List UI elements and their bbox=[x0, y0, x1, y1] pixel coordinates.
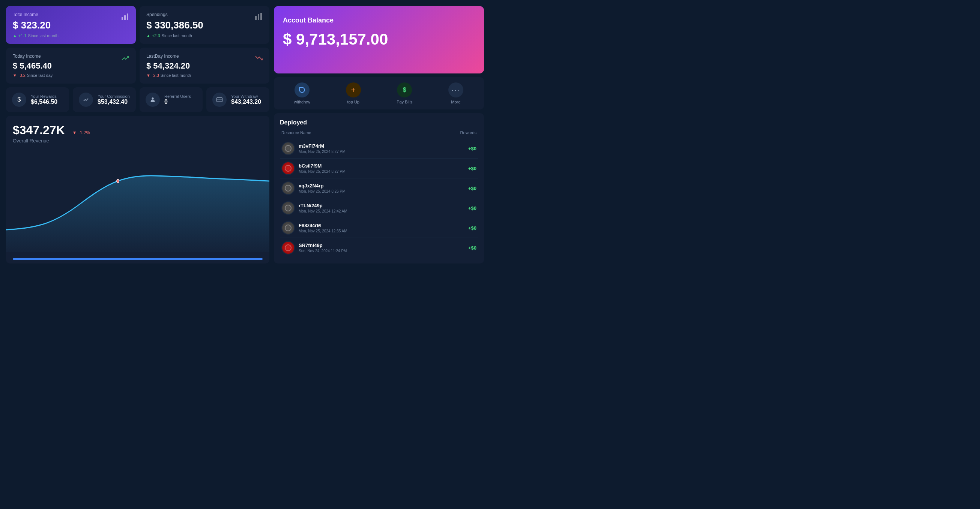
reward-value: +$0 bbox=[468, 146, 476, 151]
paybills-action[interactable]: $ Pay Bills bbox=[380, 82, 429, 104]
deployed-left: bCsil7f9M Mon, Nov 25, 2024 8:27 PM bbox=[282, 162, 345, 175]
withdraw-action[interactable]: withdraw bbox=[278, 82, 327, 104]
lastday-income-change-value: -2.3 bbox=[152, 73, 159, 78]
resource-date: Mon, Nov 25, 2024 12:42 AM bbox=[299, 209, 347, 213]
resource-info: m3vFI74rM Mon, Nov 25, 2024 8:27 PM bbox=[299, 143, 345, 154]
chart-area bbox=[6, 155, 269, 252]
deployed-row: rTLNi249p Mon, Nov 25, 2024 12:42 AM +$0 bbox=[280, 198, 478, 218]
resource-info: SR7fnl49p Sun, Nov 24, 2024 11:24 PM bbox=[299, 243, 347, 253]
today-income-label: Today Income bbox=[13, 54, 129, 59]
top-cards: Total Income $ 323.20 ▲ +1.1 Since last … bbox=[6, 6, 269, 84]
deployed-list: m3vFI74rM Mon, Nov 25, 2024 8:27 PM +$0 … bbox=[280, 139, 478, 257]
withdraw-action-label: withdraw bbox=[294, 100, 310, 104]
withdraw-value: $43,243.20 bbox=[231, 98, 261, 105]
spendings-value: $ 330,386.50 bbox=[146, 19, 262, 31]
deployed-left: rTLNi249p Mon, Nov 25, 2024 12:42 AM bbox=[282, 201, 347, 215]
resource-avatar bbox=[282, 241, 295, 255]
resource-avatar bbox=[282, 162, 295, 175]
deployed-title: Deployed bbox=[280, 119, 478, 126]
deployed-left: m3vFI74rM Mon, Nov 25, 2024 8:27 PM bbox=[282, 142, 345, 155]
user-icon bbox=[146, 93, 160, 107]
svg-rect-3 bbox=[255, 16, 257, 20]
withdraw-label: Your Withdraw bbox=[231, 94, 261, 98]
bar-chart-icon-2 bbox=[255, 12, 263, 23]
dollar-bill-icon: $ bbox=[397, 82, 412, 97]
deployed-row: bCsil7f9M Mon, Nov 25, 2024 8:27 PM +$0 bbox=[280, 159, 478, 178]
spendings-change: ▲ +2.3 Since last month bbox=[146, 33, 262, 38]
today-income-card: Today Income $ 5,465.40 ▼ -3.2 Since las… bbox=[6, 48, 136, 84]
resource-info: rTLNi249p Mon, Nov 25, 2024 12:42 AM bbox=[299, 203, 347, 213]
resource-name: m3vFI74rM bbox=[299, 143, 345, 149]
commission-metric: Your Commission $53,432.40 bbox=[73, 87, 136, 112]
today-income-change: ▼ -3.2 Since last day bbox=[13, 73, 129, 78]
scroll-indicator bbox=[13, 258, 262, 260]
balance-title: Accout Balance bbox=[283, 16, 475, 24]
action-row: withdraw + top Up $ Pay Bills ··· More bbox=[274, 77, 484, 109]
metrics-row: $ Your Rewards $6,546.50 Your Commission… bbox=[6, 87, 269, 112]
trend-icon bbox=[79, 93, 93, 107]
resource-name: F88ziI4rM bbox=[299, 223, 347, 228]
deployed-row: SR7fnl49p Sun, Nov 24, 2024 11:24 PM +$0 bbox=[280, 238, 478, 257]
resource-info: xqJx2N4rp Mon, Nov 25, 2024 8:26 PM bbox=[299, 183, 345, 193]
resource-date: Mon, Nov 25, 2024 8:26 PM bbox=[299, 189, 345, 193]
lastday-income-change: ▼ -2.3 Since last month bbox=[146, 73, 262, 78]
resource-date: Sun, Nov 24, 2024 11:24 PM bbox=[299, 249, 347, 253]
svg-rect-2 bbox=[127, 13, 128, 20]
svg-rect-0 bbox=[122, 17, 123, 20]
resource-name: rTLNi249p bbox=[299, 203, 347, 208]
resource-name-header: Resource Name bbox=[282, 130, 311, 135]
svg-rect-5 bbox=[260, 13, 262, 20]
total-income-value: $ 323.20 bbox=[13, 19, 129, 31]
resource-info: F88ziI4rM Mon, Nov 25, 2024 12:35 AM bbox=[299, 223, 347, 233]
lastday-income-value: $ 54,324.20 bbox=[146, 61, 262, 71]
resource-avatar bbox=[282, 181, 295, 195]
svg-point-9 bbox=[117, 179, 119, 183]
resource-avatar bbox=[282, 221, 295, 235]
today-income-change-label: Since last day bbox=[27, 73, 52, 78]
total-income-change-value: +1.1 bbox=[18, 33, 27, 38]
deployed-row: xqJx2N4rp Mon, Nov 25, 2024 8:26 PM +$0 bbox=[280, 178, 478, 198]
spendings-label: Spendings bbox=[146, 12, 262, 17]
resource-name: bCsil7f9M bbox=[299, 163, 345, 169]
rewards-value: $6,546.50 bbox=[31, 98, 57, 105]
more-icon: ··· bbox=[449, 82, 463, 97]
spendings-change-label: Since last month bbox=[162, 33, 192, 38]
chart-change: ▼ -1.2% bbox=[72, 130, 90, 135]
resource-avatar bbox=[282, 142, 295, 155]
balance-amount: $ 9,713,157.00 bbox=[283, 30, 475, 48]
svg-rect-4 bbox=[258, 14, 259, 20]
reward-value: +$0 bbox=[468, 186, 476, 191]
left-panel: Total Income $ 323.20 ▲ +1.1 Since last … bbox=[6, 6, 269, 263]
total-income-change: ▲ +1.1 Since last month bbox=[13, 33, 129, 38]
referral-value: 0 bbox=[164, 98, 191, 105]
revenue-chart: $347.27K ▼ -1.2% Overall Revenue bbox=[6, 116, 269, 263]
resource-avatar bbox=[282, 201, 295, 215]
commission-label: Your Commission bbox=[97, 94, 130, 98]
plus-icon: + bbox=[346, 82, 361, 97]
topup-action[interactable]: + top Up bbox=[329, 82, 378, 104]
topup-action-label: top Up bbox=[347, 100, 360, 104]
more-action[interactable]: ··· More bbox=[431, 82, 480, 104]
svg-rect-1 bbox=[124, 15, 126, 20]
svg-rect-7 bbox=[217, 98, 223, 102]
deployed-row: F88ziI4rM Mon, Nov 25, 2024 12:35 AM +$0 bbox=[280, 218, 478, 238]
deployed-left: xqJx2N4rp Mon, Nov 25, 2024 8:26 PM bbox=[282, 181, 345, 195]
lastday-income-label: LastDay Income bbox=[146, 54, 262, 59]
deployed-row: m3vFI74rM Mon, Nov 25, 2024 8:27 PM +$0 bbox=[280, 139, 478, 159]
svg-point-6 bbox=[151, 97, 153, 99]
rewards-metric: $ Your Rewards $6,546.50 bbox=[6, 87, 69, 112]
referral-metric: Referral Users 0 bbox=[140, 87, 203, 112]
scroll-bar[interactable] bbox=[13, 258, 262, 260]
deployed-left: F88ziI4rM Mon, Nov 25, 2024 12:35 AM bbox=[282, 221, 347, 235]
resource-date: Mon, Nov 25, 2024 12:35 AM bbox=[299, 229, 347, 233]
trend-up-icon bbox=[121, 54, 130, 65]
rewards-label: Your Rewards bbox=[31, 94, 57, 98]
spendings-card: Spendings $ 330,386.50 ▲ +2.3 Since last… bbox=[140, 6, 269, 44]
total-income-label: Total Income bbox=[13, 12, 129, 17]
reward-value: +$0 bbox=[468, 245, 476, 251]
dollar-icon: $ bbox=[12, 93, 26, 107]
reward-value: +$0 bbox=[468, 166, 476, 171]
deployed-card: Deployed Resource Name Rewards m3vFI74rM… bbox=[274, 113, 484, 263]
reward-value: +$0 bbox=[468, 225, 476, 231]
card-icon bbox=[212, 93, 227, 107]
